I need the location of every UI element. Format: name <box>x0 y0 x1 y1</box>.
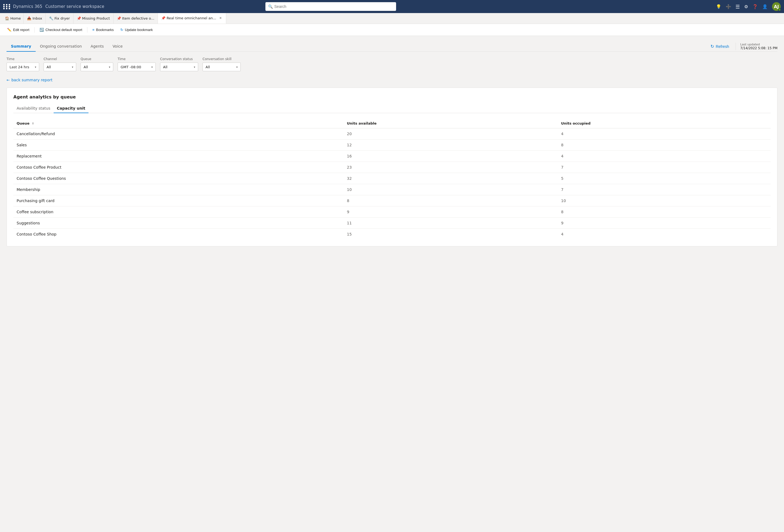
waffle-menu[interactable] <box>3 4 11 9</box>
inner-tabs: Availability status Capacity unit <box>13 104 771 113</box>
main-content: Summary Ongoing conversation Agents Voic… <box>0 36 784 532</box>
search-icon: 🔍 <box>268 4 273 9</box>
wrench-icon: 🔧 <box>49 16 53 21</box>
last-updated: Last updated 7/14/2022 5:08: 15 PM <box>735 43 778 50</box>
table-row: Sales 12 8 <box>13 140 771 151</box>
cell-queue-9: Contoso Coffee Shop <box>13 229 343 240</box>
tab-realtime-close[interactable]: ✕ <box>218 16 223 21</box>
update-bookmark-button[interactable]: ↻ Update bookmark <box>118 26 156 34</box>
top-navigation: Dynamics 365 Customer service workspace … <box>0 0 784 13</box>
inner-tab-availability[interactable]: Availability status <box>13 104 54 113</box>
filter-time1: Time Last 24 hrs ▾ <box>6 57 39 71</box>
filters-row: Time Last 24 hrs ▾ Channel All ▾ Queue A… <box>6 57 778 71</box>
chevron-down-icon-6: ▾ <box>236 65 237 68</box>
cell-queue-2: Replacement <box>13 151 343 162</box>
report-tab-summary[interactable]: Summary <box>6 41 36 52</box>
pin-icon-1: 📌 <box>77 16 81 21</box>
cell-queue-0: Cancellation/Refund <box>13 128 343 140</box>
tab-inbox[interactable]: 📥 Inbox <box>24 13 46 24</box>
table-row: Cancellation/Refund 20 4 <box>13 128 771 140</box>
refresh-icon: ↻ <box>710 44 714 49</box>
table-row: Replacement 16 4 <box>13 151 771 162</box>
col-units-occupied: Units occupied <box>558 119 771 128</box>
pin-icon-3: 📌 <box>161 16 166 20</box>
person-icon[interactable]: 👤 <box>762 4 768 9</box>
cell-units-occupied-3: 7 <box>558 162 771 173</box>
cell-queue-6: Purchasing gift card <box>13 195 343 206</box>
report-tab-voice[interactable]: Voice <box>108 41 127 52</box>
filter-conv-skill: Conversation skill All ▾ <box>202 57 241 71</box>
search-bar[interactable]: 🔍 <box>265 2 396 11</box>
table-row: Contoso Coffee Product 23 7 <box>13 162 771 173</box>
cell-units-available-0: 20 <box>343 128 558 140</box>
inbox-icon: 📥 <box>27 16 31 21</box>
report-tab-list: Summary Ongoing conversation Agents Voic… <box>6 41 127 51</box>
table-row: Membership 10 7 <box>13 184 771 195</box>
table-row: Suggestions 11 9 <box>13 217 771 229</box>
gear-icon[interactable]: ⚙ <box>744 4 748 9</box>
refresh-button[interactable]: ↻ Refresh <box>708 43 731 50</box>
inner-tab-capacity[interactable]: Capacity unit <box>54 104 88 113</box>
cell-units-available-2: 16 <box>343 151 558 162</box>
pin-icon-2: 📌 <box>117 16 121 21</box>
toolbar: ✏️ Edit report ↩️ Checkout default repor… <box>0 24 784 36</box>
cell-units-occupied-0: 4 <box>558 128 771 140</box>
report-tab-ongoing[interactable]: Ongoing conversation <box>36 41 86 52</box>
chevron-down-icon-5: ▾ <box>194 65 195 68</box>
report-tabs-bar: Summary Ongoing conversation Agents Voic… <box>6 41 778 52</box>
tab-missing-product[interactable]: 📌 Missing Product <box>74 13 113 24</box>
tab-bar: 🏠 Home 📥 Inbox 🔧 Fix dryer 📌 Missing Pro… <box>0 13 784 24</box>
tab-item-defective[interactable]: 📌 Item defective o... <box>113 13 158 24</box>
filter-conv-status: Conversation status All ▾ <box>160 57 198 71</box>
back-link[interactable]: ← back summary report <box>6 78 53 82</box>
table-row: Contoso Coffee Questions 32 5 <box>13 173 771 184</box>
cell-units-occupied-4: 5 <box>558 173 771 184</box>
filter-time1-select[interactable]: Last 24 hrs ▾ <box>6 63 39 71</box>
filter-channel-select[interactable]: All ▾ <box>44 63 76 71</box>
cell-units-available-7: 9 <box>343 206 558 217</box>
avatar[interactable]: AJ <box>772 2 781 11</box>
search-input[interactable] <box>274 4 393 9</box>
update-bookmark-icon: ↻ <box>120 28 123 32</box>
card-title: Agent analytics by queue <box>13 94 771 99</box>
cell-units-occupied-5: 7 <box>558 184 771 195</box>
edit-icon: ✏️ <box>7 28 11 32</box>
table-row: Purchasing gift card 8 10 <box>13 195 771 206</box>
table-row: Contoso Coffee Shop 15 4 <box>13 229 771 240</box>
toolbar-separator-2 <box>87 27 87 33</box>
checkout-button[interactable]: ↩️ Checkout default report <box>37 26 85 34</box>
cell-queue-1: Sales <box>13 140 343 151</box>
checkout-icon: ↩️ <box>39 28 44 32</box>
lines-icon[interactable]: ☰ <box>735 4 740 9</box>
filter-time2-select[interactable]: GMT -08:00 ▾ <box>118 63 156 71</box>
cell-units-occupied-1: 8 <box>558 140 771 151</box>
plus-icon[interactable]: ➕ <box>726 4 731 9</box>
filter-queue-select[interactable]: All ▾ <box>81 63 113 71</box>
cell-units-available-6: 8 <box>343 195 558 206</box>
cell-queue-5: Membership <box>13 184 343 195</box>
question-icon[interactable]: ❓ <box>752 4 758 9</box>
col-queue[interactable]: Queue ↑ <box>13 119 343 128</box>
edit-report-button[interactable]: ✏️ Edit report <box>4 26 32 34</box>
lightbulb-icon[interactable]: 💡 <box>716 4 721 9</box>
filter-conv-skill-select[interactable]: All ▾ <box>202 63 241 71</box>
tab-fix-dryer[interactable]: 🔧 Fix dryer <box>46 13 74 24</box>
filter-conv-status-select[interactable]: All ▾ <box>160 63 198 71</box>
chevron-down-icon-4: ▾ <box>151 65 153 68</box>
col-units-available: Units available <box>343 119 558 128</box>
filter-channel: Channel All ▾ <box>44 57 76 71</box>
report-tab-agents[interactable]: Agents <box>86 41 108 52</box>
cell-units-occupied-6: 10 <box>558 195 771 206</box>
chevron-down-icon-1: ▾ <box>35 65 36 68</box>
cell-units-occupied-9: 4 <box>558 229 771 240</box>
cell-units-available-3: 23 <box>343 162 558 173</box>
cell-units-available-9: 15 <box>343 229 558 240</box>
capacity-table: Queue ↑ Units available Units occupied C… <box>13 119 771 240</box>
sort-icon: ↑ <box>32 122 34 125</box>
bookmarks-button[interactable]: ≡ Bookmarks <box>89 26 116 34</box>
cell-units-available-4: 32 <box>343 173 558 184</box>
tab-realtime[interactable]: 📌 Real time omnichannel an... ✕ <box>158 13 226 24</box>
app-title: Dynamics 365 Customer service workspace <box>13 4 104 9</box>
cell-units-available-8: 11 <box>343 217 558 229</box>
tab-home[interactable]: 🏠 Home <box>2 13 24 24</box>
